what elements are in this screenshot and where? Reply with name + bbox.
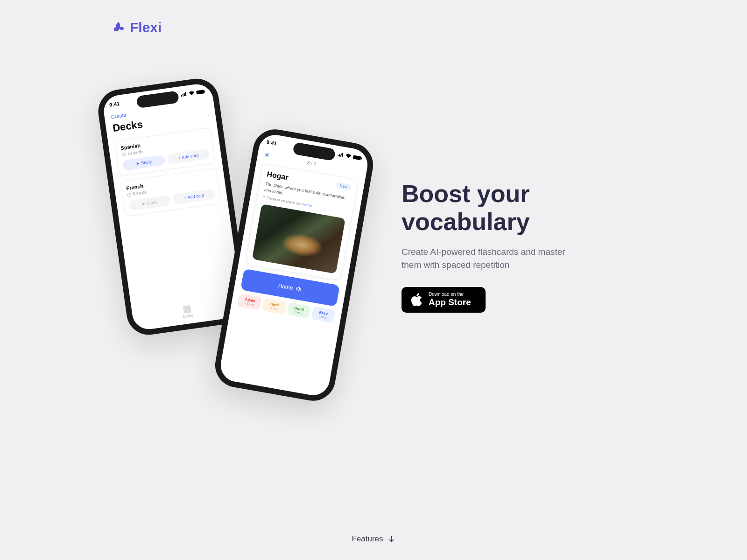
study-button: Study	[122, 155, 165, 171]
hard-button: Hard 1 day	[262, 298, 286, 315]
card-progress: 3 / 7	[307, 160, 317, 166]
status-time: 9:41	[109, 101, 120, 108]
chevron-right-icon: ›	[206, 111, 210, 119]
arrow-down-icon	[388, 535, 395, 543]
decks-tab-icon	[183, 305, 191, 314]
easy-button: Easy 6 days	[311, 307, 335, 323]
phone-study-screen: 9:41 ✕ 3 / 7 Hogar	[211, 126, 376, 405]
svg-rect-4	[352, 155, 361, 160]
hero-description: Create AI-powered flashcards and master …	[402, 245, 570, 272]
apple-icon	[411, 293, 423, 307]
study-button: Study	[128, 195, 171, 211]
good-button: Good 3 day	[287, 302, 311, 319]
appstore-line1: Download on the	[429, 292, 471, 297]
new-badge: New	[336, 182, 352, 190]
card-image	[252, 204, 345, 274]
decks-title: Decks	[112, 118, 144, 134]
svg-rect-0	[196, 90, 204, 94]
deck-card: Spanish 13 cards Study + Add card	[114, 127, 216, 176]
add-card-button: + Add card	[167, 148, 210, 164]
hero-title: Boost your vocabulary	[402, 180, 635, 236]
status-time: 9:41	[266, 139, 277, 147]
deck-card: French 0 cards Study + Add card	[120, 168, 221, 217]
tab-decks: Decks	[182, 305, 194, 319]
appstore-line2: App Store	[429, 297, 471, 308]
logo[interactable]: Flexi	[112, 20, 635, 35]
card-word: Hogar	[266, 170, 289, 182]
app-screenshots: 9:41 Create Decks › Spanish	[112, 83, 383, 410]
close-icon: ✕	[264, 151, 271, 159]
features-link[interactable]: Features	[352, 534, 395, 544]
speaker-icon	[295, 286, 303, 293]
brand-name: Flexi	[130, 20, 162, 35]
status-icons	[180, 89, 206, 97]
appstore-button[interactable]: Download on the App Store	[402, 287, 486, 313]
again-button: Again <5 min	[238, 294, 262, 310]
status-icons	[337, 152, 363, 161]
flashcard: Hogar New The place where you feel safe,…	[245, 163, 359, 281]
logo-icon	[112, 21, 125, 34]
add-card-button: + Add card	[172, 189, 215, 204]
